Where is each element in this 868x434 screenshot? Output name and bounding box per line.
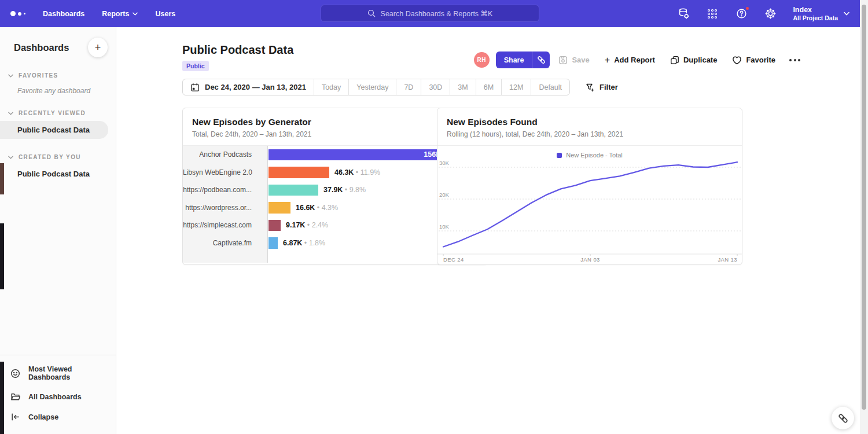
y-axis-tick-label: 10K [439, 223, 450, 230]
gear-icon[interactable] [764, 8, 777, 20]
plus-icon: + [605, 55, 610, 65]
preset-30d[interactable]: 30D [421, 79, 450, 95]
top-navigation-bar: Dashboards Reports Users Search Dashboar… [0, 0, 860, 27]
collapse-sidebar-button[interactable]: Collapse [0, 407, 116, 427]
favorites-empty-text: Favorite any dashboard [17, 87, 116, 95]
collapse-icon [10, 412, 20, 422]
main-content: Public Podcast Data Public RH Share Save… [116, 27, 860, 434]
sidebar-footer: Most Viewed Dashboards All Dashboards Co… [0, 355, 116, 434]
calendar-icon [190, 83, 200, 92]
sidebar-item-public-podcast-data[interactable]: Public Podcast Data [0, 121, 108, 139]
bar-value-label: 37.9K • 9.8% [323, 181, 366, 199]
bar-value-label: 9.17K • 2.4% [286, 216, 328, 234]
scrollbar[interactable] [860, 0, 868, 434]
bar-value-label: 46.3K • 11.9% [334, 164, 380, 182]
line-chart-title: New Episodes Found [447, 117, 733, 127]
sidebar-section-recently-viewed[interactable]: RECENTLY VIEWED [0, 110, 116, 116]
duplicate-button[interactable]: Duplicate [670, 56, 718, 65]
sidebar-section-favorites[interactable]: FAVORITES [0, 72, 116, 79]
help-icon[interactable] [735, 8, 748, 20]
bar-category-label: Captivate.fm [183, 234, 260, 252]
bar-segment[interactable] [269, 220, 281, 231]
most-viewed-dashboards-button[interactable]: Most Viewed Dashboards [0, 360, 116, 387]
y-axis-tick-label: 20K [439, 192, 450, 198]
bar-category-label: https://wordpress.or... [183, 199, 260, 217]
nav-item-users[interactable]: Users [155, 10, 175, 18]
database-icon[interactable] [677, 8, 690, 20]
save-icon [558, 56, 568, 65]
project-subtitle: All Project Data [793, 14, 838, 22]
add-dashboard-button[interactable]: + [88, 38, 108, 57]
avatar[interactable]: RH [474, 52, 490, 68]
link-icon [537, 56, 546, 64]
scrollbar-thumb[interactable] [862, 5, 866, 410]
project-name: Index [793, 6, 838, 14]
preset-7d[interactable]: 7D [396, 79, 421, 95]
bar-value-label: 16.6K • 4.3% [296, 199, 338, 217]
save-button[interactable]: Save [558, 56, 589, 65]
line-chart-plot: 10K20K30KDEC 24JAN 03JAN 13 [437, 160, 742, 266]
date-range-group: Dec 24, 2020 — Jan 13, 2021 Today Yester… [182, 79, 570, 95]
sidebar-title: Dashboards [14, 42, 69, 53]
nav-item-dashboards[interactable]: Dashboards [43, 10, 84, 18]
chevron-down-icon [8, 156, 13, 159]
line-series[interactable] [443, 162, 737, 247]
more-options-button[interactable] [789, 59, 800, 61]
legend-label: New Episode - Total [566, 152, 623, 159]
filter-button[interactable]: Filter [586, 83, 618, 92]
bar-value-label: 6.87K • 1.8% [283, 234, 325, 252]
add-report-button[interactable]: + Add Report [605, 55, 655, 65]
app-window: Dashboards Reports Users Search Dashboar… [0, 0, 868, 434]
sidebar: Dashboards + FAVORITES Favorite any dash… [0, 27, 116, 434]
nav-item-reports[interactable]: Reports [102, 10, 138, 18]
public-badge: Public [182, 61, 209, 71]
preset-12m[interactable]: 12M [501, 79, 531, 95]
all-dashboards-button[interactable]: All Dashboards [0, 387, 116, 407]
chart-legend[interactable]: New Episode - Total [437, 146, 742, 160]
notification-badge [745, 6, 750, 11]
bar-category-label: https://simplecast.com [183, 216, 260, 234]
sidebar-item-public-podcast-data-2[interactable]: Public Podcast Data [0, 165, 116, 183]
chevron-down-icon [8, 112, 13, 115]
capture-artifact [0, 223, 4, 289]
share-button[interactable]: Share [496, 52, 550, 68]
capture-artifact [0, 362, 4, 434]
search-input[interactable]: Search Dashboards & Reports ⌘K [321, 5, 539, 22]
bar-chart-title: New Episodes by Generator [192, 117, 477, 127]
folder-icon [10, 392, 20, 402]
filter-icon [586, 83, 595, 92]
preset-6m[interactable]: 6M [476, 79, 501, 95]
x-axis-tick-label: DEC 24 [443, 256, 464, 263]
preset-3m[interactable]: 3M [450, 79, 475, 95]
page-title: Public Podcast Data [182, 43, 293, 57]
preset-today[interactable]: Today [314, 79, 348, 95]
duplicate-icon [670, 56, 679, 65]
copy-link-fab[interactable] [832, 407, 854, 429]
bar-segment[interactable] [269, 237, 278, 249]
project-selector[interactable]: Index All Project Data [793, 6, 849, 22]
bar-category-label: Libsyn WebEngine 2.0 [183, 164, 260, 182]
apps-grid-icon[interactable] [706, 8, 719, 20]
date-range-picker[interactable]: Dec 24, 2020 — Jan 13, 2021 [183, 79, 314, 95]
app-logo[interactable] [10, 11, 25, 16]
chevron-down-icon [844, 12, 849, 16]
line-chart-svg[interactable]: 10K20K30KDEC 24JAN 03JAN 13 [437, 160, 742, 263]
header-actions: RH Share Save + Add Report Duplicate [474, 52, 800, 68]
bar-segment[interactable] [269, 202, 290, 214]
preset-default[interactable]: Default [531, 79, 569, 95]
bar-segment[interactable] [269, 167, 329, 178]
chevron-down-icon [133, 12, 138, 16]
nav-right-icons: Index All Project Data [677, 6, 849, 22]
sidebar-section-created-by-you[interactable]: CREATED BY YOU [0, 154, 116, 160]
date-toolbar: Dec 24, 2020 — Jan 13, 2021 Today Yester… [182, 79, 618, 95]
favorite-button[interactable]: Favorite [732, 56, 775, 65]
search-placeholder: Search Dashboards & Reports ⌘K [381, 9, 493, 18]
search-icon [367, 9, 376, 17]
preset-yesterday[interactable]: Yesterday [348, 79, 396, 95]
copy-link-button[interactable] [532, 52, 550, 68]
link-icon [838, 413, 848, 424]
line-chart-subtitle: Rolling (12 hours), total, Dec 24th, 202… [447, 130, 733, 138]
line-chart-card: New Episodes Found Rolling (12 hours), t… [437, 108, 742, 265]
bar-segment[interactable] [269, 185, 318, 196]
legend-swatch [557, 153, 562, 158]
